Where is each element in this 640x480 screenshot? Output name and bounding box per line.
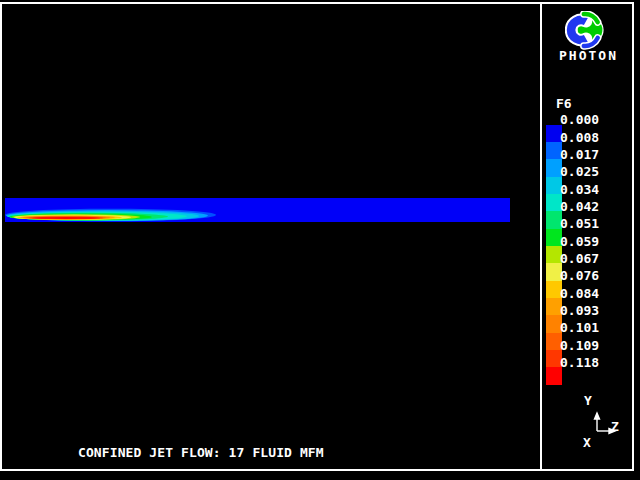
- legend-value: 0.000: [560, 113, 599, 126]
- panel-divider: [540, 2, 542, 471]
- legend-value: 0.067: [560, 252, 599, 265]
- legend-swatch: [546, 367, 562, 384]
- legend-value: 0.051: [560, 217, 599, 230]
- legend-value: 0.025: [560, 165, 599, 178]
- photon-logo-icon: [565, 11, 605, 51]
- photon-window: PHOTON F6 0.0000.0080.0170.0250.0340.042…: [0, 0, 640, 480]
- legend-value: 0.118: [560, 356, 599, 369]
- legend-variable-label: F6: [556, 96, 572, 111]
- contour-plot: [0, 0, 640, 480]
- contour-band: [32, 217, 100, 219]
- app-title: PHOTON: [559, 48, 618, 63]
- legend-value: 0.042: [560, 200, 599, 213]
- legend-value: 0.093: [560, 304, 599, 317]
- plot-title: CONFINED JET FLOW: 17 FLUID MFM: [78, 445, 324, 460]
- jet-contour-layers: [5, 209, 216, 222]
- legend-value: 0.101: [560, 321, 599, 334]
- legend-value: 0.008: [560, 131, 599, 144]
- legend-value: 0.076: [560, 269, 599, 282]
- axis-label-x: X: [583, 436, 591, 449]
- legend-value: 0.084: [560, 287, 599, 300]
- axis-label-y: Y: [584, 394, 592, 407]
- legend-value: 0.059: [560, 235, 599, 248]
- legend-value: 0.109: [560, 339, 599, 352]
- legend-value: 0.034: [560, 183, 599, 196]
- axis-label-z: Z: [611, 420, 619, 433]
- legend-value: 0.017: [560, 148, 599, 161]
